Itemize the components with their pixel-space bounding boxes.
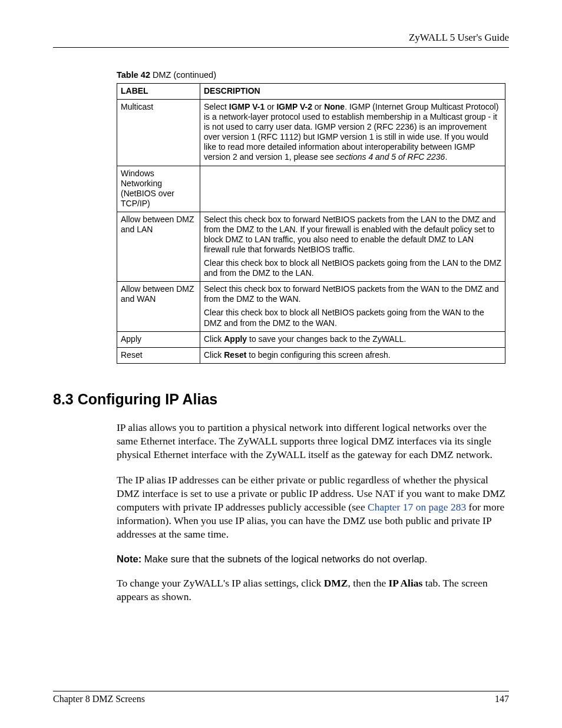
label-cell-multicast: Multicast [117,100,200,166]
note-paragraph: Note: Make sure that the subnets of the … [117,554,505,565]
header-guide-title: ZyWALL 5 User's Guide [53,32,509,44]
table-caption: Table 42 DMZ (continued) [117,70,509,80]
table-caption-number: Table 42 [117,70,150,80]
table-caption-text: DMZ (continued) [150,70,216,80]
body-paragraph: To change your ZyWALL's IP alias setting… [117,577,505,604]
desc-cell-dmz-wan: Select this check box to forward NetBIOS… [200,282,505,331]
body-paragraph: The IP alias IP addresses can be either … [117,473,505,541]
section-heading: 8.3 Configuring IP Alias [53,391,509,408]
footer-rule [53,691,509,691]
label-cell-winnet: Windows Networking (NetBIOS over TCP/IP) [117,166,200,212]
desc-cell-reset: Click Reset to begin configuring this sc… [200,347,505,363]
header-rule [53,47,509,48]
desc-cell-apply: Click Apply to save your changes back to… [200,331,505,347]
label-cell-dmz-lan: Allow between DMZ and LAN [117,212,200,281]
footer-page-number: 147 [495,694,509,704]
desc-cell-winnet [200,166,505,212]
table-row: Allow between DMZ and LAN Select this ch… [117,212,505,281]
table-row: Multicast Select IGMP V-1 or IGMP V-2 or… [117,100,505,166]
col-header-description: DESCRIPTION [200,84,505,100]
table-row: Allow between DMZ and WAN Select this ch… [117,282,505,331]
desc-cell-dmz-lan: Select this check box to forward NetBIOS… [200,212,505,281]
label-cell-reset: Reset [117,347,200,363]
col-header-label: LABEL [117,84,200,100]
table-row: Apply Click Apply to save your changes b… [117,331,505,347]
footer-chapter: Chapter 8 DMZ Screens [53,694,145,704]
body-paragraph: IP alias allows you to partition a physi… [117,421,505,462]
table-row: Windows Networking (NetBIOS over TCP/IP) [117,166,505,212]
label-cell-dmz-wan: Allow between DMZ and WAN [117,282,200,331]
cross-reference-link[interactable]: Chapter 17 on page 283 [368,501,466,513]
page-footer: Chapter 8 DMZ Screens 147 [53,691,509,704]
label-cell-apply: Apply [117,331,200,347]
desc-cell-multicast: Select IGMP V-1 or IGMP V-2 or None. IGM… [200,100,505,166]
table-row: Reset Click Reset to begin configuring t… [117,347,505,363]
dmz-table: LABEL DESCRIPTION Multicast Select IGMP … [117,83,505,364]
